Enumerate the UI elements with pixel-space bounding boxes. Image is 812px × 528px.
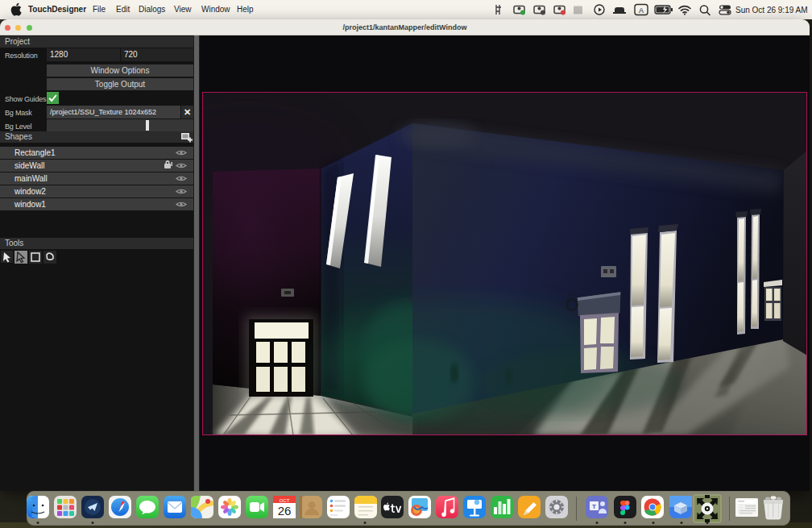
svg-text:T: T bbox=[592, 503, 596, 510]
svg-text:A: A bbox=[639, 6, 644, 15]
svg-text:OCT: OCT bbox=[280, 498, 290, 503]
svg-text:Sun Oct 26 9:19 AM: Sun Oct 26 9:19 AM bbox=[735, 6, 808, 15]
svg-text:26: 26 bbox=[278, 504, 292, 518]
